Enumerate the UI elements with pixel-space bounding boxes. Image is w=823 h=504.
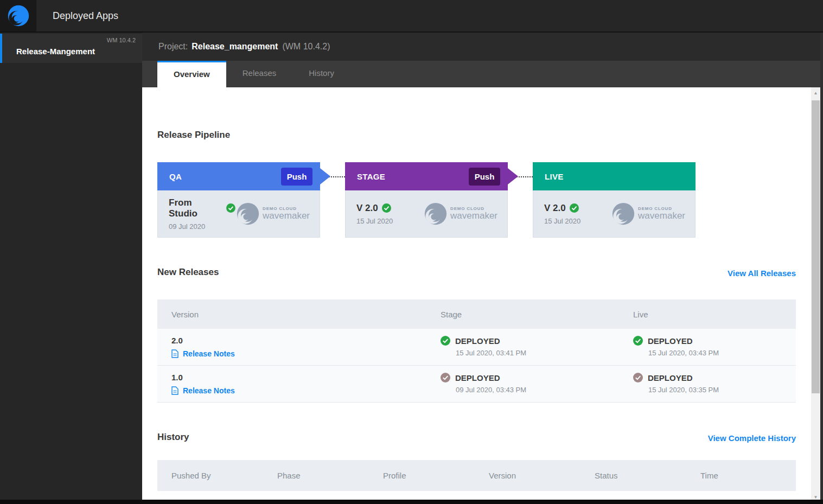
project-name: Release_mangement: [192, 42, 278, 52]
stage-stage-name: STAGE: [357, 172, 385, 181]
pipeline-card-stage: STAGE Push V 2.0: [345, 162, 508, 238]
column-header-phase: Phase: [263, 471, 369, 480]
table-row: 1.0 Release Notes: [157, 366, 796, 403]
release-notes-link[interactable]: Release Notes: [171, 349, 426, 358]
check-circle-icon: [441, 336, 450, 346]
history-table-header: Pushed By Phase Profile Version Status T…: [157, 460, 796, 491]
window-bottom-edge: [0, 500, 823, 504]
qa-date: 09 Jul 2020: [169, 222, 235, 231]
new-releases-table-header: Version Stage Live: [157, 299, 796, 329]
stage-card-header: STAGE Push: [345, 162, 508, 190]
check-circle-icon: [382, 203, 391, 213]
main-panel: Project: Release_mangement (WM 10.4.2) O…: [142, 33, 823, 503]
wavemaker-gray-icon: [235, 201, 260, 226]
stage-status: DEPLOYED: [455, 336, 500, 346]
demo-cloud-logo: DEMO CLOUD wavemaker: [235, 201, 310, 226]
wavemaker-gray-icon: [611, 201, 636, 226]
release-pipeline-heading: Release Pipeline: [157, 130, 796, 141]
sidebar-item-wm-version: WM 10.4.2: [107, 37, 136, 43]
new-releases-heading: New Releases: [157, 267, 219, 278]
qa-card-body: From Studio 09 Jul 2020: [157, 190, 320, 238]
stage-arrow-icon: [508, 168, 518, 184]
column-header-version: Version: [475, 471, 580, 480]
window-right-edge: [820, 33, 823, 504]
check-circle-icon: [226, 203, 235, 213]
wavemaker-logo-tile[interactable]: [0, 0, 36, 31]
column-header-status: Status: [580, 471, 686, 480]
new-releases-table: Version Stage Live 2.0: [157, 299, 796, 403]
table-row: 2.0 Release Notes: [157, 329, 796, 366]
document-icon: [171, 386, 178, 395]
live-date: 15 Jul 2020: [544, 217, 580, 225]
live-status-time: 15 Jul 2020, 03:35 PM: [633, 386, 796, 394]
tab-bar: Overview Releases History: [142, 61, 823, 87]
scroll-up-icon[interactable]: ▲: [811, 88, 820, 98]
live-card-header: LIVE: [533, 162, 696, 190]
demo-cloud-logo: DEMO CLOUD wavemaker: [611, 201, 685, 226]
wavemaker-label: wavemaker: [450, 210, 497, 221]
release-version: 1.0: [171, 373, 426, 382]
column-header-time: Time: [686, 471, 792, 480]
live-status-time: 15 Jul 2020, 03:43 PM: [633, 349, 796, 357]
column-header-live: Live: [619, 310, 796, 319]
live-card-body: V 2.0 15 Jul 2020: [533, 190, 696, 238]
check-circle-icon: [570, 203, 579, 213]
stage-status-time: 09 Jul 2020, 03:43 PM: [441, 386, 619, 394]
live-status: DEPLOYED: [648, 336, 693, 346]
vertical-scrollbar[interactable]: ▲ ▼: [811, 87, 820, 504]
check-circle-icon: [441, 373, 450, 382]
deployed-apps-window: Deployed Apps WM 10.4.2 Release-Mangemen…: [0, 0, 823, 504]
qa-version: From Studio: [169, 197, 222, 219]
check-circle-icon: [633, 336, 643, 346]
wavemaker-label: wavemaker: [263, 210, 310, 221]
live-status: DEPLOYED: [648, 373, 693, 382]
check-circle-icon: [633, 373, 643, 382]
demo-cloud-logo: DEMO CLOUD wavemaker: [423, 201, 497, 226]
column-header-stage: Stage: [426, 310, 619, 319]
stage-card-body: V 2.0 15 Jul 2020: [345, 190, 508, 238]
column-header-profile: Profile: [369, 471, 475, 480]
history-heading: History: [157, 432, 189, 443]
column-header-pushed-by: Pushed By: [157, 471, 263, 480]
release-pipeline: QA Push From Studio: [157, 162, 796, 238]
sidebar-item-release-mangement[interactable]: WM 10.4.2 Release-Mangement: [0, 34, 142, 63]
live-version: V 2.0: [544, 203, 566, 214]
app-title: Deployed Apps: [53, 10, 118, 22]
column-header-version: Version: [157, 310, 426, 319]
view-complete-history-link[interactable]: View Complete History: [708, 433, 796, 443]
qa-card-header: QA Push: [157, 162, 320, 190]
tab-releases[interactable]: Releases: [226, 61, 293, 87]
project-header: Project: Release_mangement (WM 10.4.2): [142, 33, 823, 61]
pipeline-connector: [508, 176, 533, 238]
wavemaker-logo-icon: [7, 4, 30, 27]
release-version: 2.0: [171, 336, 426, 345]
wavemaker-label: wavemaker: [638, 210, 685, 221]
live-stage-name: LIVE: [545, 172, 564, 181]
projects-sidebar: WM 10.4.2 Release-Mangement: [0, 33, 142, 503]
project-label: Project:: [158, 42, 188, 52]
top-bar: Deployed Apps: [0, 0, 823, 33]
wavemaker-gray-icon: [423, 201, 448, 226]
project-version: (WM 10.4.2): [282, 42, 330, 52]
scrollbar-thumb[interactable]: [812, 100, 820, 393]
overview-content: Release Pipeline QA Push From Studio: [142, 87, 823, 503]
sidebar-item-label: Release-Mangement: [16, 47, 95, 56]
stage-status-time: 15 Jul 2020, 03:41 PM: [441, 349, 619, 357]
pipeline-card-qa: QA Push From Studio: [157, 162, 320, 238]
release-notes-link[interactable]: Release Notes: [171, 386, 426, 395]
qa-arrow-icon: [320, 168, 330, 184]
document-icon: [171, 349, 178, 358]
stage-push-button[interactable]: Push: [469, 168, 500, 186]
stage-status: DEPLOYED: [455, 373, 500, 382]
qa-push-button[interactable]: Push: [281, 168, 312, 186]
qa-stage-name: QA: [169, 172, 182, 181]
view-all-releases-link[interactable]: View All Releases: [728, 269, 796, 278]
stage-date: 15 Jul 2020: [356, 217, 393, 225]
stage-version: V 2.0: [356, 203, 378, 214]
pipeline-card-live: LIVE V 2.0: [533, 162, 696, 238]
tab-overview[interactable]: Overview: [157, 61, 226, 87]
tab-history[interactable]: History: [292, 61, 350, 87]
pipeline-connector: [320, 176, 345, 238]
